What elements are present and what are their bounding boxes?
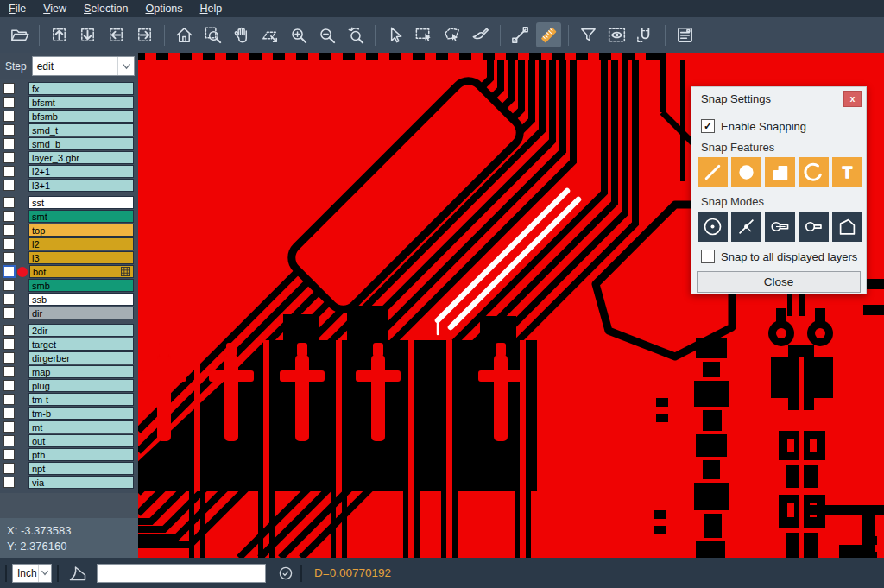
toolbar-select-polygon-button[interactable] (439, 22, 464, 47)
toolbar-select-rectangle-button[interactable] (411, 22, 436, 47)
layer-label[interactable]: bfsmt (28, 96, 134, 109)
layer-checkbox[interactable] (3, 138, 15, 149)
layer-label[interactable]: bfsmb (28, 110, 134, 123)
layer-checkbox[interactable] (3, 408, 15, 419)
layer-checkbox[interactable] (3, 421, 15, 433)
toolbar-home-button[interactable] (172, 22, 197, 47)
layer-checkbox[interactable] (3, 338, 15, 350)
layer-checkbox[interactable] (3, 252, 15, 263)
measure-input[interactable] (97, 564, 266, 583)
layer-label[interactable]: l2+1 (28, 165, 134, 178)
layer-checkbox[interactable] (3, 280, 15, 291)
layer-checkbox[interactable] (3, 435, 15, 446)
layer-checkbox[interactable] (3, 325, 15, 336)
refresh-icon[interactable] (276, 564, 295, 583)
layer-checkbox[interactable] (3, 449, 15, 460)
layer-label[interactable]: dirgerber (28, 351, 134, 364)
layer-label[interactable]: top (28, 224, 134, 237)
menu-options[interactable]: Options (136, 0, 191, 17)
snap-feature-surface-button[interactable] (765, 157, 795, 187)
menu-selection[interactable]: Selection (75, 0, 136, 17)
menu-view[interactable]: View (35, 0, 75, 17)
toolbar-zoom-fit-button[interactable] (200, 22, 225, 47)
snap-feature-text-button[interactable]: T (832, 157, 862, 187)
layer-checkbox[interactable] (3, 180, 15, 191)
toolbar-open-button[interactable] (7, 22, 32, 47)
layer-label[interactable]: map (28, 365, 134, 378)
layer-checkbox[interactable] (3, 265, 16, 278)
snap-mode-entry-exit-button[interactable] (765, 212, 795, 242)
layer-label[interactable]: l3+1 (28, 179, 134, 192)
dialog-close-icon[interactable]: x (843, 91, 862, 107)
dialog-title-bar[interactable]: Snap Settings x (691, 87, 866, 111)
toolbar-scroll-left-button[interactable] (104, 22, 129, 47)
layer-checkbox[interactable] (3, 366, 15, 377)
toolbar-highlight-button[interactable] (604, 22, 629, 47)
layer-checkbox[interactable] (3, 124, 15, 136)
layer-checkbox[interactable] (3, 307, 15, 319)
menu-help[interactable]: Help (192, 0, 231, 17)
layer-checkbox[interactable] (3, 352, 15, 364)
layer-label[interactable]: tm-t (28, 393, 134, 406)
checkbox-box[interactable]: ✓ (701, 119, 715, 133)
layer-label[interactable]: sst (28, 196, 134, 209)
layer-checkbox[interactable] (3, 197, 15, 208)
unit-select[interactable]: Inch (12, 564, 52, 583)
layer-label[interactable]: dir (28, 307, 134, 319)
layer-checkbox[interactable] (3, 211, 15, 222)
menu-file[interactable]: File (0, 0, 35, 17)
layer-label[interactable]: via (28, 476, 134, 489)
toolbar-scroll-right-button[interactable] (132, 22, 157, 47)
layer-label[interactable]: smt (28, 210, 134, 223)
toolbar-report-button[interactable] (672, 22, 698, 47)
toolbar-scroll-up-button[interactable] (47, 22, 72, 47)
layer-checkbox[interactable] (3, 152, 15, 163)
layer-label[interactable]: fx (28, 82, 134, 95)
layer-label[interactable]: layer_3.gbr (28, 151, 134, 164)
layer-checkbox[interactable] (3, 477, 15, 488)
enable-snapping-checkbox[interactable]: ✓ Enable Snapping (701, 119, 866, 133)
layer-label[interactable]: out (28, 434, 134, 447)
toolbar-ruler-button[interactable] (536, 22, 561, 47)
angle-mode-icon[interactable] (67, 563, 88, 584)
toolbar-scroll-down-button[interactable] (75, 22, 100, 47)
snap-feature-line-button[interactable] (698, 157, 728, 187)
toolbar-select-pointer-button[interactable] (382, 22, 407, 47)
layer-checkbox[interactable] (3, 294, 15, 305)
layer-checkbox[interactable] (3, 394, 15, 405)
snap-feature-pad-button[interactable] (731, 157, 761, 187)
layer-checkbox[interactable] (3, 224, 15, 236)
toolbar-zoom-previous-button[interactable] (343, 22, 368, 47)
layer-label[interactable]: npt (28, 462, 134, 475)
layer-label[interactable]: smd_b (28, 137, 134, 150)
toolbar-zoom-in-button[interactable] (286, 22, 311, 47)
layer-label[interactable]: tm-b (28, 407, 134, 420)
layer-label[interactable]: plug (28, 379, 134, 392)
snap-mode-profile-button[interactable] (832, 212, 862, 242)
toolbar-pan-button[interactable] (229, 22, 254, 47)
toolbar-cleanup-button[interactable] (468, 22, 493, 47)
checkbox-box[interactable] (701, 250, 715, 263)
layer-label[interactable]: l3 (28, 251, 134, 264)
layer-checkbox[interactable] (3, 380, 15, 391)
layer-checkbox[interactable] (3, 97, 15, 108)
layer-label[interactable]: mt (28, 420, 134, 433)
layer-label[interactable]: smb (28, 279, 134, 292)
snap-feature-arc-button[interactable] (799, 157, 829, 187)
layer-label[interactable]: ssb (28, 293, 134, 306)
layer-label[interactable]: smd_t (28, 123, 134, 136)
toolbar-zoom-object-button[interactable] (257, 22, 282, 47)
layer-label[interactable]: 2dir-- (28, 324, 134, 337)
toolbar-snap-button[interactable] (633, 22, 658, 47)
snap-all-layers-checkbox[interactable]: Snap to all displayed layers (701, 250, 866, 263)
layer-checkbox[interactable] (3, 111, 15, 122)
step-select[interactable]: edit (32, 56, 135, 76)
layer-checkbox[interactable] (3, 238, 15, 250)
layer-checkbox[interactable] (3, 83, 15, 94)
layer-label[interactable]: l2 (28, 237, 134, 250)
toolbar-zoom-out-button[interactable] (314, 22, 339, 47)
layer-checkbox[interactable] (3, 166, 15, 177)
layer-label[interactable]: target (28, 338, 134, 351)
snap-mode-pad-entry-button[interactable] (799, 212, 829, 242)
layer-label[interactable]: bot (29, 265, 134, 278)
